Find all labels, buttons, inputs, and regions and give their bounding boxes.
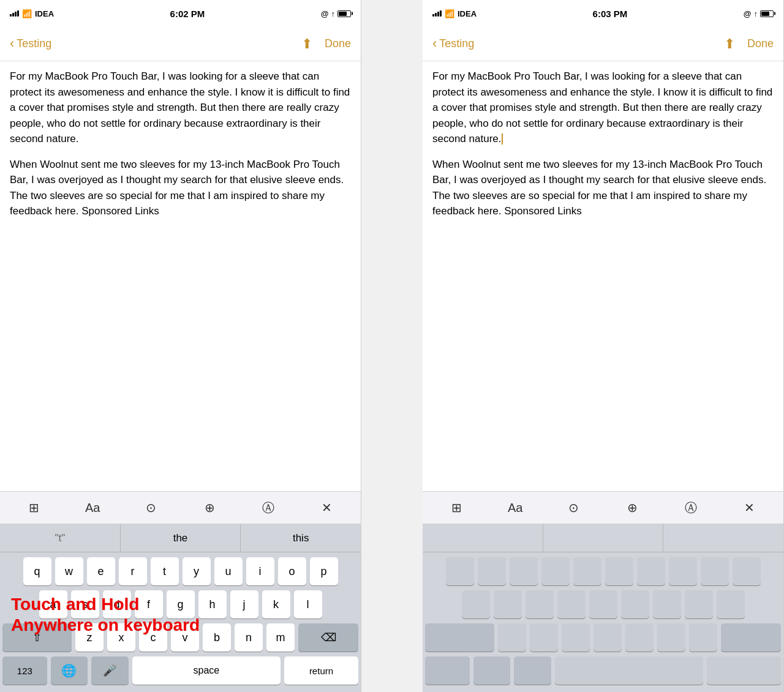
battery-icon-left <box>337 10 351 17</box>
key-t[interactable]: t <box>151 557 179 585</box>
key-k[interactable]: k <box>262 590 290 619</box>
key-o[interactable]: o <box>278 557 306 585</box>
toolbar-add-btn-right[interactable]: ⊕ <box>620 495 644 520</box>
key-mic[interactable]: 🎤 <box>91 656 129 685</box>
location-icon-right: @ <box>744 9 752 18</box>
signal-icon <box>10 10 19 17</box>
key-x[interactable]: x <box>107 623 135 652</box>
key-grey-o <box>701 557 729 585</box>
key-s[interactable]: s <box>71 590 99 619</box>
suggestion-divider-3 <box>663 524 783 552</box>
keyboard-right-row-bottom <box>425 656 781 685</box>
status-time-left: 6:02 PM <box>170 9 205 19</box>
key-grey-space <box>555 656 703 685</box>
nav-actions-left: ⬆ Done <box>301 36 351 52</box>
suggestion-divider-1 <box>423 524 543 552</box>
suggestion-bar-left: "t" the this <box>0 524 361 552</box>
key-grey-q <box>446 557 474 585</box>
paragraph-1-left: For my MacBook Pro Touch Bar, I was look… <box>10 69 351 147</box>
nav-bar-right: ‹ Testing ⬆ Done <box>423 27 783 61</box>
key-j[interactable]: j <box>230 590 258 619</box>
carrier-name-right: IDEA <box>458 9 477 18</box>
key-z[interactable]: z <box>75 623 104 652</box>
suggestion-item-t[interactable]: "t" <box>0 524 121 552</box>
toolbar-grid-btn-right[interactable]: ⊞ <box>445 495 469 520</box>
suggestion-item-this[interactable]: this <box>241 524 361 552</box>
key-f[interactable]: f <box>135 590 163 619</box>
key-y[interactable]: y <box>183 557 211 585</box>
keyboard-right-row-2 <box>425 590 781 619</box>
nav-arrow-icon: ↑ <box>331 9 335 18</box>
content-area-right: For my MacBook Pro Touch Bar, I was look… <box>423 61 783 491</box>
key-d[interactable]: d <box>103 590 131 619</box>
back-button-right[interactable]: ‹ Testing <box>432 37 474 50</box>
key-u[interactable]: u <box>214 557 243 585</box>
back-button-left[interactable]: ‹ Testing <box>10 37 51 50</box>
back-label-right: Testing <box>439 37 474 50</box>
key-grey-numbers <box>425 656 470 685</box>
carrier-name: IDEA <box>35 9 54 18</box>
key-grey-j <box>653 590 681 619</box>
key-grey-s <box>494 590 522 619</box>
panel-spacer <box>361 0 423 692</box>
key-b[interactable]: b <box>203 623 231 652</box>
status-bar-left: 📶 IDEA 6:02 PM @ ↑ <box>0 0 361 27</box>
done-button-left[interactable]: Done <box>325 37 351 50</box>
key-shift[interactable]: ⇧ <box>2 623 72 652</box>
toolbar-grid-btn[interactable]: ⊞ <box>22 495 47 520</box>
signal-icon-right <box>432 10 442 17</box>
toolbar-close-btn-right[interactable]: ✕ <box>737 495 761 520</box>
key-grey-e <box>510 557 538 585</box>
key-grey-f <box>557 590 586 619</box>
key-grey-z <box>498 623 526 652</box>
share-icon-right[interactable]: ⬆ <box>724 36 735 52</box>
status-time-right: 6:03 PM <box>593 9 628 19</box>
key-emoji[interactable]: 🌐 <box>51 656 88 685</box>
chevron-left-icon: ‹ <box>10 37 14 50</box>
key-grey-h <box>621 590 649 619</box>
key-a[interactable]: a <box>39 590 67 619</box>
key-grey-r <box>541 557 570 585</box>
toolbar-format-btn-right[interactable]: Aa <box>503 495 527 520</box>
suggestion-item-the[interactable]: the <box>121 524 241 552</box>
key-numbers[interactable]: 123 <box>2 656 47 685</box>
key-n[interactable]: n <box>235 623 263 652</box>
key-m[interactable]: m <box>266 623 295 652</box>
key-return[interactable]: return <box>284 656 358 685</box>
share-icon-left[interactable]: ⬆ <box>301 36 312 52</box>
key-v[interactable]: v <box>171 623 199 652</box>
toolbar-add-btn[interactable]: ⊕ <box>197 495 222 520</box>
status-right-right: @ ↑ <box>744 9 774 18</box>
status-right-left: @ ↑ <box>321 9 351 18</box>
nav-bar-left: ‹ Testing ⬆ Done <box>0 27 361 61</box>
key-grey-a <box>462 590 490 619</box>
toolbar-mark-btn-right[interactable]: Ⓐ <box>679 495 703 520</box>
toolbar-left: ⊞ Aa ⊙ ⊕ Ⓐ ✕ <box>0 491 361 524</box>
key-c[interactable]: c <box>139 623 167 652</box>
key-delete[interactable]: ⌫ <box>298 623 358 652</box>
toolbar-close-btn[interactable]: ✕ <box>314 495 339 520</box>
key-grey-w <box>478 557 506 585</box>
toolbar-check-btn[interactable]: ⊙ <box>139 495 164 520</box>
key-q[interactable]: q <box>23 557 51 585</box>
text-cursor <box>502 134 503 145</box>
key-space[interactable]: space <box>132 656 281 685</box>
keyboard-left[interactable]: q w e r t y u i o p a s d f g h j k l ⇧ … <box>0 552 361 692</box>
toolbar-check-btn-right[interactable]: ⊙ <box>562 495 586 520</box>
key-h[interactable]: h <box>198 590 227 619</box>
suggestion-bar-right <box>423 524 783 552</box>
paragraph-1-right: For my MacBook Pro Touch Bar, I was look… <box>432 69 774 147</box>
key-r[interactable]: r <box>119 557 147 585</box>
keyboard-right-row-1 <box>425 557 781 585</box>
key-i[interactable]: i <box>246 557 274 585</box>
key-p[interactable]: p <box>310 557 338 585</box>
key-w[interactable]: w <box>55 557 83 585</box>
toolbar-mark-btn[interactable]: Ⓐ <box>256 495 281 520</box>
left-phone-panel: 📶 IDEA 6:02 PM @ ↑ ‹ Testing ⬆ Done For … <box>0 0 361 692</box>
key-g[interactable]: g <box>167 590 195 619</box>
key-e[interactable]: e <box>87 557 115 585</box>
key-grey-n <box>657 623 685 652</box>
toolbar-format-btn[interactable]: Aa <box>80 495 105 520</box>
key-l[interactable]: l <box>294 590 322 619</box>
done-button-right[interactable]: Done <box>747 37 774 50</box>
